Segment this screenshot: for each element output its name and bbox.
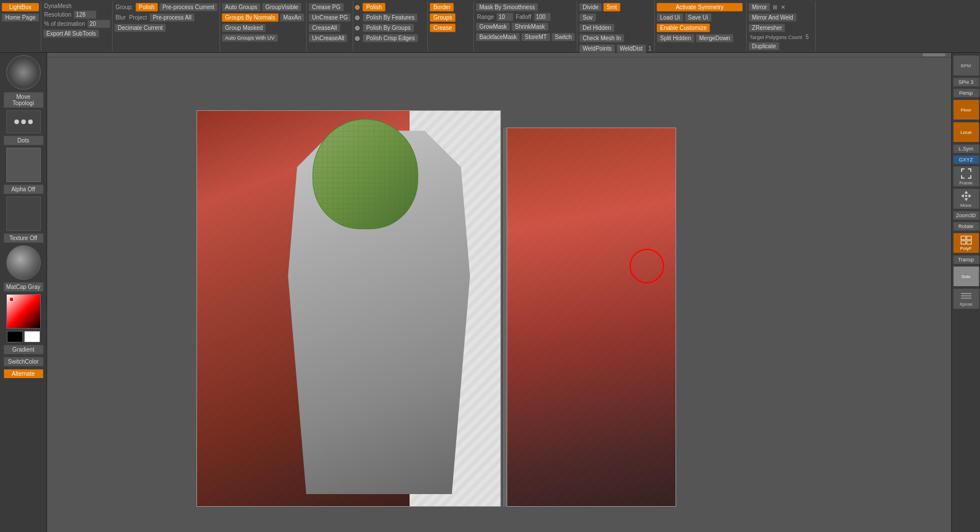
zremesher-btn[interactable]: ZRemesher — [748, 24, 785, 32]
switch-color-btn[interactable]: SwitchColor — [3, 357, 44, 367]
autogroups-section: Auto Groups GroupVisible Groups By Norma… — [220, 1, 307, 51]
alpha-off-btn[interactable]: Alpha Off — [3, 184, 44, 194]
xpose-icon[interactable]: Xpose — [953, 288, 979, 309]
dynamesh-section: DynaMesh Resolution % of decimation Expo… — [41, 1, 113, 51]
activate-symmetry-btn[interactable]: Activate Symmetry — [657, 3, 743, 11]
split-hidden-btn[interactable]: Split Hidden — [657, 34, 695, 43]
polish-crisp-btn[interactable]: Polish Crisp Edges — [362, 34, 418, 43]
frame-icon[interactable]: Frame — [953, 166, 979, 187]
zoom3d-btn[interactable]: Zoom3D — [953, 211, 979, 220]
polish-btn[interactable]: Polish — [362, 3, 385, 11]
switch-btn[interactable]: Switch — [551, 33, 575, 41]
polish-groups-radio[interactable] — [355, 26, 360, 30]
color-black[interactable] — [7, 331, 23, 342]
crease-pg-btn[interactable]: Crease PG — [308, 3, 344, 11]
falloff-input[interactable] — [534, 13, 551, 21]
border-btn[interactable]: Border — [430, 3, 454, 11]
dots-btn[interactable]: Dots — [3, 136, 44, 145]
gradient-btn[interactable]: Gradient — [3, 345, 44, 354]
enable-customize-btn[interactable]: Enable Customize — [657, 24, 710, 32]
crease-btn[interactable]: Crease — [430, 24, 455, 32]
bpm-icon[interactable]: BPM — [953, 55, 979, 76]
decimation-input[interactable] — [87, 20, 110, 28]
export-all-subtools-btn[interactable]: Export All SubTools — [43, 29, 99, 38]
lightbox-btn[interactable]: LightBox — [2, 3, 39, 11]
homepage-btn[interactable]: Home Page — [2, 13, 39, 22]
groups-by-normals-btn[interactable]: Groups By Normals — [222, 13, 279, 22]
smt-btn[interactable]: Smt — [603, 3, 620, 11]
decimate-current-btn[interactable]: Decimate Current — [114, 24, 166, 32]
divide-btn[interactable]: Divide — [579, 3, 602, 11]
auto-groups-btn[interactable]: Auto Groups — [222, 3, 261, 11]
floor-icon[interactable]: Floor — [953, 99, 979, 120]
polish-radio[interactable] — [355, 5, 360, 10]
check-mesh-btn[interactable]: Check Mesh In — [579, 34, 624, 43]
polish-features-btn[interactable]: Polish By Features — [362, 13, 418, 22]
poly-icon[interactable]: PolyF — [953, 233, 979, 253]
weld-dist-btn[interactable]: WeldDist — [616, 44, 646, 53]
resolution-label: Resolution — [43, 11, 72, 18]
move-svg — [960, 190, 973, 202]
transp-btn[interactable]: Transp — [953, 255, 979, 264]
svg-rect-7 — [970, 175, 971, 179]
max-an-btn[interactable]: MaxAn — [280, 13, 304, 22]
polish-group-btn[interactable]: Polish — [136, 3, 158, 11]
color-swatch[interactable] — [6, 294, 41, 329]
range-input[interactable] — [496, 13, 514, 21]
gxyz-btn[interactable]: GXYZ — [953, 155, 979, 164]
falloff-label: Falloff — [515, 13, 533, 21]
crease-section: Crease PG UnCrease PG CreaseAll UnCrease… — [307, 1, 353, 51]
svg-rect-16 — [967, 241, 971, 244]
demon-body-right — [507, 128, 676, 506]
preprocess-all-btn[interactable]: Pre-process All — [149, 13, 195, 22]
matcap-gray-btn[interactable]: MatCap Gray — [3, 282, 44, 292]
mirror-weld-btn[interactable]: Mirror And Weld — [748, 13, 797, 22]
right-sidebar: BPM SPix 3 Persp Floor Local L.Sym GXYZ … — [951, 53, 980, 532]
group-visible-btn[interactable]: GroupVisible — [262, 3, 302, 11]
rotate-btn[interactable]: Rotate — [953, 222, 979, 231]
shrink-mask-btn[interactable]: ShrinkMask — [511, 22, 548, 31]
main-canvas[interactable] — [47, 53, 951, 532]
svg-point-12 — [965, 195, 967, 197]
top-scrollbar[interactable] — [47, 53, 951, 57]
del-hidden-btn[interactable]: Del Hidden — [579, 24, 614, 32]
load-ui-btn[interactable]: Load Ui — [657, 13, 683, 22]
texture-off-btn[interactable]: Texture Off — [3, 233, 44, 243]
mirror-btn[interactable]: Mirror — [748, 3, 770, 11]
uncrease-all-btn[interactable]: UnCreaseAll — [308, 34, 348, 43]
lsym-btn[interactable]: L.Sym — [953, 144, 979, 153]
uncrease-pg-btn[interactable]: UnCrease PG — [308, 13, 351, 22]
crease-all-btn[interactable]: CreaseAll — [308, 24, 340, 32]
group-masked-btn[interactable]: Group Masked — [222, 24, 267, 32]
spix-btn[interactable]: SPix 3 — [953, 78, 979, 87]
suv-btn[interactable]: Suv — [579, 13, 596, 22]
backface-mask-btn[interactable]: BackfaceMask — [476, 33, 520, 41]
polish-crisp-radio[interactable] — [355, 36, 360, 41]
solo-icon[interactable]: Solo — [953, 266, 979, 287]
duplicate-btn[interactable]: Duplicate — [748, 42, 780, 51]
save-ui-btn[interactable]: Save Ui — [685, 13, 712, 22]
grow-mask-btn[interactable]: GrowMask — [476, 22, 510, 31]
resolution-input[interactable] — [74, 10, 97, 19]
store-mt-btn[interactable]: StoreMT — [521, 33, 550, 41]
move-topology-btn[interactable]: Move Topologi — [3, 92, 44, 108]
local-icon[interactable]: Local — [953, 122, 979, 142]
mask-smoothness-btn[interactable]: Mask By Smoothness — [476, 3, 538, 11]
local-label: Local — [960, 130, 971, 135]
polish-features-radio[interactable] — [355, 16, 360, 20]
scroll-handle[interactable] — [923, 53, 946, 56]
preprocess-current-btn[interactable]: Pre-process Current — [159, 3, 218, 11]
merge-down-btn[interactable]: MergeDown — [696, 34, 734, 43]
color-white[interactable] — [24, 331, 40, 342]
groups-btn[interactable]: Groups — [430, 13, 456, 22]
solo-label: Solo — [961, 274, 970, 279]
frame-svg — [960, 167, 973, 180]
move-icon[interactable]: Move — [953, 188, 979, 209]
weld-points-btn[interactable]: WeldPoints — [579, 44, 615, 53]
persp-btn[interactable]: Persp — [953, 88, 979, 98]
alternate-btn[interactable]: Alternate — [3, 369, 44, 379]
polish-groups-btn[interactable]: Polish By Groups — [362, 24, 414, 32]
target-poly-label: Target Polygons Count — [748, 34, 803, 41]
auto-groups-uv-btn[interactable]: Auto Groups With UV — [222, 34, 278, 42]
poly-label: PolyF — [960, 246, 971, 251]
